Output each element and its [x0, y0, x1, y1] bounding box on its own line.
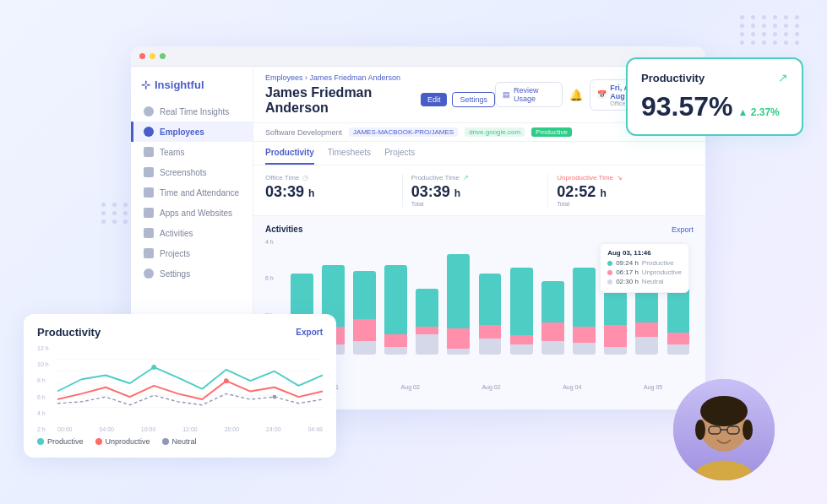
chrome-maximize-dot: [160, 53, 166, 59]
device-tag: JAMES-MACBOOK-PRO/JAMES: [349, 127, 458, 137]
bar-unproductive-4: [416, 327, 438, 334]
sidebar-item-employees[interactable]: Employees: [131, 122, 253, 142]
bar-unproductive-11: [635, 322, 658, 336]
line-chart-legend: Productive Unproductive Neutral: [37, 437, 323, 446]
x-label-5: Aug 05: [644, 384, 662, 390]
legend-unproductive: Unproductive: [95, 437, 150, 446]
avatar-circle: [673, 379, 775, 480]
svg-point-7: [273, 395, 277, 399]
prod-percentage: 93.57%: [641, 91, 733, 122]
bar-neutral-12: [667, 344, 690, 355]
stats-row: Office Time ◷ 03:39 h Productive Time ↗ …: [253, 165, 705, 216]
bar-unproductive-7: [510, 335, 533, 345]
bar-neutral-8: [541, 341, 564, 355]
bar-unproductive-2: [353, 319, 376, 341]
stat-office-label: Office Time ◷: [265, 174, 394, 182]
tooltip-neutral-dot: [607, 279, 612, 285]
chrome-minimize-dot: [150, 53, 155, 59]
sidebar-item-settings[interactable]: Settings: [131, 263, 253, 284]
teams-icon: [144, 147, 154, 157]
prod-card-title: Productivity: [641, 72, 705, 84]
stat-unproductive-value: 02:52 h: [557, 183, 685, 201]
sidebar-item-projects[interactable]: Projects: [131, 243, 253, 263]
sidebar-label-activities: Activities: [160, 229, 193, 238]
sidebar-item-activities[interactable]: Activities: [131, 223, 253, 243]
tooltip-productive-value: 09:24 h: [616, 259, 639, 267]
settings-button[interactable]: Settings: [452, 92, 495, 107]
bar-group-9: [571, 253, 599, 355]
breadcrumb-parent: Employees: [265, 73, 303, 82]
tab-timesheets[interactable]: Timesheets: [328, 142, 371, 165]
tooltip-neutral-value: 02:30 h: [616, 278, 639, 285]
tooltip-unproductive-row: 06:17 h Unproductive: [607, 268, 682, 276]
tooltip-unproductive-dot: [607, 270, 612, 275]
chrome-close-dot: [139, 53, 145, 59]
bar-neutral-7: [510, 344, 533, 355]
stat-office-value: 03:39 h: [265, 183, 394, 201]
bar-unproductive-3: [384, 334, 407, 346]
bar-group-2: [351, 253, 379, 355]
svg-point-11: [695, 420, 705, 440]
sidebar-item-teams[interactable]: Teams: [131, 142, 253, 162]
line-chart-wrapper: 12 h10 h8 h6 h4 h2 h: [37, 345, 323, 432]
tooltip-productive-dot: [607, 261, 612, 266]
app-logo: ⊹ Insightful: [131, 79, 253, 101]
tooltip-neutral-row: 02:30 h Neutral: [607, 278, 682, 285]
svg-point-10: [700, 396, 748, 426]
time-icon: [144, 187, 154, 198]
bar-productive-6: [479, 274, 502, 325]
bar-unproductive-12: [667, 333, 690, 344]
stat-unproductive-sublabel: Total: [557, 201, 685, 207]
sidebar-item-apps[interactable]: Apps and Websites: [131, 203, 253, 223]
line-chart-area: 00:0004:0010:0012:0020:0024:0004:48: [57, 345, 323, 432]
svg-point-6: [224, 378, 229, 383]
stat-unproductive-label: Unproductive Time ↘: [557, 174, 685, 182]
tab-projects[interactable]: Projects: [384, 142, 415, 165]
bar-productive-3: [384, 265, 407, 334]
breadcrumb: Employees › James Friedman Anderson: [265, 73, 495, 82]
stat-productive-label: Productive Time ↗: [411, 174, 540, 182]
legend-neutral-line: Neutral: [162, 437, 197, 446]
header-left: Employees › James Friedman Anderson Jame…: [265, 73, 495, 116]
line-card-title: Productivity: [37, 326, 101, 339]
legend-neutral-line-label: Neutral: [172, 437, 197, 446]
line-chart-card: Productivity Export 12 h10 h8 h6 h4 h2 h: [24, 314, 336, 458]
clock-icon: ◷: [302, 174, 308, 182]
sidebar-label-apps: Apps and Websites: [160, 209, 232, 218]
sidebar-label-projects: Projects: [160, 249, 190, 258]
review-usage-button[interactable]: ▤ Review Usage: [495, 82, 563, 107]
x-label-2: Aug 02: [401, 384, 420, 390]
line-card-header: Productivity Export: [37, 326, 323, 339]
email-tag: drive.google.com: [465, 127, 525, 137]
bar-group-5: [446, 253, 474, 355]
tabs-bar: Productivity Timesheets Projects: [253, 142, 705, 165]
trend-up-icon: ↗: [463, 174, 469, 182]
bar-group-6: [477, 253, 505, 355]
legend-productive: Productive: [37, 437, 84, 446]
avatar-svg: [682, 387, 766, 480]
sidebar-label-screenshots: Screenshots: [160, 168, 207, 177]
chart-tooltip: Aug 03, 11:46 09:24 h Productive 06:17 h…: [600, 243, 689, 293]
line-export-button[interactable]: Export: [296, 328, 323, 337]
employees-icon: [144, 127, 154, 137]
chart-header: Activities Export: [265, 225, 694, 234]
edit-button[interactable]: Edit: [421, 93, 448, 106]
bar-group-4: [415, 253, 443, 355]
bar-productive-9: [573, 268, 596, 328]
logo-icon: ⊹: [141, 79, 150, 91]
notification-bell-icon[interactable]: 🔔: [569, 89, 583, 101]
export-button[interactable]: Export: [672, 225, 694, 234]
projects-icon: [144, 248, 154, 258]
status-badge: Productive: [531, 127, 572, 137]
breadcrumb-current: James Friedman Anderson: [310, 73, 401, 82]
sidebar-item-screenshots[interactable]: Screenshots: [131, 162, 253, 182]
bar-neutral-10: [604, 347, 627, 355]
app-name: Insightful: [155, 79, 204, 91]
stat-productive-time: Productive Time ↗ 03:39 h Total: [403, 174, 549, 207]
browser-chrome: [131, 46, 705, 67]
tab-productivity[interactable]: Productivity: [265, 142, 314, 165]
line-y-axis: 12 h10 h8 h6 h4 h2 h: [37, 345, 56, 432]
sidebar-item-time[interactable]: Time and Attendance: [131, 182, 253, 203]
sidebar-item-realtime[interactable]: Real Time Insights: [131, 101, 253, 122]
tooltip-productive-row: 09:24 h Productive: [607, 259, 682, 267]
